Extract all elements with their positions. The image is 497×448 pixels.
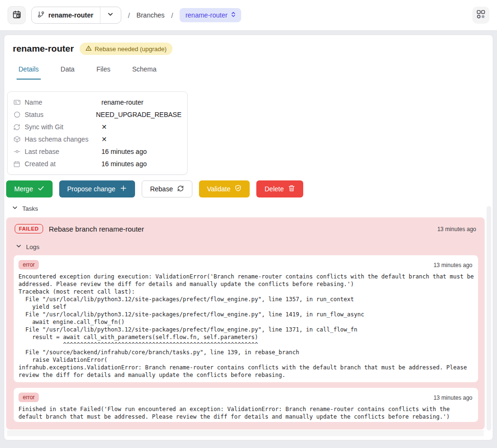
task-header: FAILED Rebase branch rename-router 13 mi… xyxy=(6,217,485,242)
property-value: 16 minutes ago xyxy=(101,148,147,155)
delete-button-label: Delete xyxy=(264,185,283,193)
rebase-button-label: Rebase xyxy=(150,185,173,193)
branch-selector-value: rename-router xyxy=(32,7,100,23)
tasks-section-label: Tasks xyxy=(22,205,38,212)
vertical-scrollbar[interactable] xyxy=(487,206,491,430)
log-entry-header: error 13 minutes ago xyxy=(18,393,474,403)
property-label: Last rebase xyxy=(25,148,101,155)
title-row: rename-router Rebase needed (upgrade) xyxy=(13,43,172,55)
rebase-needed-badge-label: Rebase needed (upgrade) xyxy=(95,45,167,53)
git-commit-icon xyxy=(13,148,21,155)
branch-properties-card: Name rename-router Status NEED_UPGRADE_R… xyxy=(7,91,188,175)
shield-check-icon xyxy=(235,185,242,193)
branch-actions: Merge Propose change Rebase xyxy=(6,180,303,197)
tab-details[interactable]: Details xyxy=(17,63,41,80)
page-title: rename-router xyxy=(13,44,74,54)
log-entry-header: error 13 minutes ago xyxy=(18,260,474,270)
time-travel-button[interactable] xyxy=(8,6,26,24)
x-mark-value: ✕ xyxy=(101,123,107,131)
branch-detail-card: rename-router Rebase needed (upgrade) De… xyxy=(4,35,493,440)
breadcrumb-separator: / xyxy=(128,11,130,19)
refresh-icon xyxy=(177,185,184,193)
trash-icon xyxy=(288,185,295,193)
plus-icon xyxy=(120,185,127,193)
property-label: Status xyxy=(25,111,96,118)
horizontal-scrollbar[interactable] xyxy=(7,430,484,436)
tab-files[interactable]: Files xyxy=(94,63,112,80)
chevrons-up-down-icon xyxy=(230,11,236,19)
property-row-has-schema-changes: Has schema changes ✕ xyxy=(8,133,187,145)
validate-button-label: Validate xyxy=(207,185,231,193)
chevron-down-icon xyxy=(12,205,18,212)
git-branch-icon xyxy=(37,11,45,20)
calendar-clock-icon xyxy=(12,10,21,21)
tasks-section-toggle[interactable]: Tasks xyxy=(12,205,38,212)
delete-button[interactable]: Delete xyxy=(256,180,303,197)
log-timestamp: 13 minutes ago xyxy=(434,394,472,401)
log-timestamp: 13 minutes ago xyxy=(434,262,472,269)
log-entry: error 13 minutes ago Finished in state F… xyxy=(14,388,478,422)
calendar-icon xyxy=(13,160,21,168)
rebase-needed-badge: Rebase needed (upgrade) xyxy=(80,43,172,55)
property-label: Has schema changes xyxy=(25,135,101,143)
tab-data[interactable]: Data xyxy=(59,63,77,80)
log-severity-badge: error xyxy=(18,393,39,402)
package-icon xyxy=(13,135,21,143)
breadcrumb-branch-dropdown[interactable]: rename-router xyxy=(180,8,241,22)
property-label: Sync with Git xyxy=(25,123,101,131)
property-value: NEED_UPGRADE_REBASE xyxy=(96,111,181,118)
warning-triangle-icon xyxy=(85,45,92,53)
validate-button[interactable]: Validate xyxy=(199,180,250,197)
tab-bar: Details Data Files Schema xyxy=(17,63,158,80)
id-card-icon xyxy=(13,99,21,106)
breadcrumb-separator: / xyxy=(171,11,173,19)
property-row-name: Name rename-router xyxy=(8,96,187,108)
log-entry: error 13 minutes ago Encountered excepti… xyxy=(14,255,478,382)
sync-icon xyxy=(13,123,21,131)
check-icon xyxy=(37,185,45,193)
top-bar: rename-router / Branches / rename-router xyxy=(0,0,497,31)
propose-change-button-label: Propose change xyxy=(67,185,116,193)
chevron-down-icon xyxy=(16,243,22,251)
logs-toggle[interactable]: Logs xyxy=(16,243,39,251)
x-mark-value: ✕ xyxy=(101,135,107,143)
property-label: Name xyxy=(25,99,101,106)
branch-selector-caret[interactable] xyxy=(100,7,121,23)
property-value: rename-router xyxy=(101,99,144,106)
task-title: Rebase branch rename-router xyxy=(49,225,144,233)
tab-schema[interactable]: Schema xyxy=(130,63,158,80)
schema-visualizer-button[interactable] xyxy=(472,7,489,24)
propose-change-button[interactable]: Propose change xyxy=(59,180,135,197)
app-screen: rename-router / Branches / rename-router xyxy=(0,0,497,448)
property-row-created-at: Created at 16 minutes ago xyxy=(8,158,187,170)
property-value: 16 minutes ago xyxy=(101,160,147,168)
property-row-last-rebase: Last rebase 16 minutes ago xyxy=(8,145,187,158)
task-timestamp: 13 minutes ago xyxy=(437,226,476,233)
failed-task-panel: FAILED Rebase branch rename-router 13 mi… xyxy=(6,217,485,430)
workflow-icon xyxy=(476,9,486,21)
property-label: Created at xyxy=(25,160,101,168)
branch-selector-label: rename-router xyxy=(48,11,93,19)
breadcrumb-branches-link[interactable]: Branches xyxy=(136,11,164,19)
log-message: Finished in state Failed('Flow run encou… xyxy=(18,405,474,421)
log-severity-badge: error xyxy=(18,260,39,269)
breadcrumb-branch-label: rename-router xyxy=(185,11,227,19)
merge-button[interactable]: Merge xyxy=(6,180,53,197)
task-status-badge: FAILED xyxy=(15,224,43,233)
property-row-status: Status NEED_UPGRADE_REBASE xyxy=(8,108,187,121)
chevron-down-icon xyxy=(107,11,114,19)
rebase-button[interactable]: Rebase xyxy=(142,180,192,197)
logs-toggle-label: Logs xyxy=(26,243,39,251)
property-row-sync-with-git: Sync with Git ✕ xyxy=(8,121,187,133)
merge-button-label: Merge xyxy=(14,185,33,193)
log-message: Encountered exception during execution: … xyxy=(18,273,474,379)
circle-icon xyxy=(13,111,21,118)
branch-selector[interactable]: rename-router xyxy=(31,7,121,24)
